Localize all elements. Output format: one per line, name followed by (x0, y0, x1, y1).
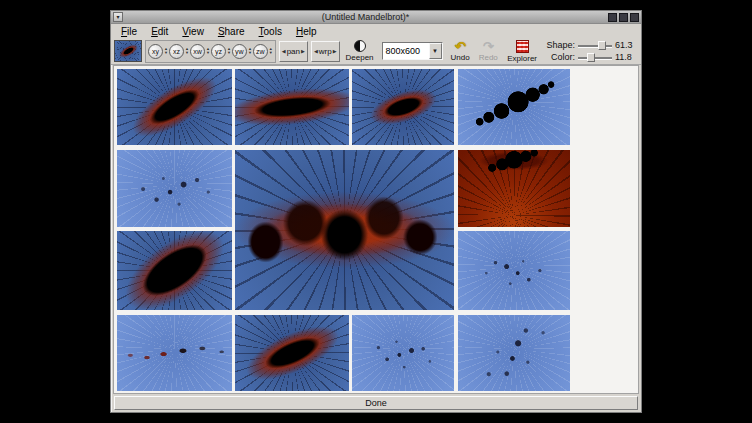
menu-edit[interactable]: Edit (144, 25, 175, 38)
color-slider-value: 11.8 (615, 52, 637, 62)
status-bar: Done (114, 396, 638, 410)
toolbar: xy ▲▼ xz ▲▼ xw ▲▼ yz ▲▼ yw ▲▼ (111, 38, 641, 65)
menubar: File Edit View Share Tools Help (111, 24, 641, 38)
warp-right-icon: ▶ (333, 48, 337, 54)
undo-button[interactable]: ↶ Undo (448, 39, 473, 64)
maximize-button[interactable] (619, 13, 628, 22)
redo-label: Redo (479, 53, 498, 62)
resolution-select[interactable]: 800x600 ▼ (382, 42, 443, 60)
menu-tools[interactable]: Tools (252, 25, 289, 38)
fractal-render (117, 69, 232, 145)
color-slider-label: Color: (543, 52, 575, 62)
explorer-mutation-tile[interactable] (352, 69, 454, 145)
explorer-mutation-tile[interactable] (117, 69, 232, 145)
explorer-mutation-tile[interactable] (458, 150, 570, 227)
spin-arrows-icon[interactable]: ▲▼ (226, 47, 231, 55)
color-slider[interactable] (578, 53, 612, 62)
rotate-yw-knob[interactable]: yw (232, 44, 247, 59)
deepen-icon (354, 40, 366, 52)
explorer-grid (113, 65, 639, 394)
rotate-xy-knob[interactable]: xy (148, 44, 163, 59)
spin-arrows-icon[interactable]: ▲▼ (184, 47, 189, 55)
explorer-mutation-tile[interactable] (117, 231, 232, 310)
spin-arrows-icon[interactable]: ▲▼ (268, 47, 273, 55)
explorer-mutation-tile[interactable] (235, 315, 349, 391)
menu-share[interactable]: Share (211, 25, 252, 38)
thumbnail-fractal (114, 40, 142, 62)
explorer-mutation-tile[interactable] (458, 69, 570, 145)
window-menu-button[interactable]: ▾ (113, 12, 123, 22)
gnofract4d-window: ▾ (Untitled Mandelbrot)* File Edit View … (110, 10, 642, 413)
fractal-render (458, 231, 570, 310)
fractal-render (117, 315, 232, 391)
weirdness-sliders: Shape: 61.3 Color: 11.8 (543, 40, 638, 62)
shape-slider-thumb[interactable] (598, 41, 606, 50)
undo-icon: ↶ (455, 40, 466, 53)
undo-label: Undo (451, 53, 470, 62)
explorer-mutation-tile[interactable] (235, 69, 349, 145)
menu-view[interactable]: View (175, 25, 211, 38)
fractal-render (458, 69, 570, 145)
rotation-controls: xy ▲▼ xz ▲▼ xw ▲▼ yz ▲▼ yw ▲▼ (145, 40, 276, 63)
pan-label: pan (286, 47, 301, 56)
minimize-button[interactable] (608, 13, 617, 22)
fractal-render (235, 315, 349, 391)
fractal-render (235, 150, 454, 310)
rotate-zw-control[interactable]: zw ▲▼ (253, 44, 273, 59)
explorer-mutation-tile[interactable] (352, 315, 454, 391)
titlebar[interactable]: ▾ (Untitled Mandelbrot)* (111, 11, 641, 24)
spin-arrows-icon[interactable]: ▲▼ (205, 47, 210, 55)
rotate-yz-knob[interactable]: yz (211, 44, 226, 59)
menu-help[interactable]: Help (289, 25, 324, 38)
fractal-render (458, 315, 570, 391)
fractal-render (117, 150, 232, 227)
fractal-render (235, 69, 349, 145)
spin-arrows-icon[interactable]: ▲▼ (247, 47, 252, 55)
explorer-toggle-button[interactable]: Explorer (504, 39, 540, 64)
fractal-render (352, 69, 454, 145)
fractal-render (458, 150, 570, 227)
fractal-render (117, 231, 232, 310)
explorer-label: Explorer (507, 54, 537, 63)
shape-slider-label: Shape: (543, 40, 575, 50)
explorer-mutation-tile[interactable] (117, 150, 232, 227)
fractal-render (352, 315, 454, 391)
close-button[interactable] (630, 13, 639, 22)
fractal-preview-thumbnail[interactable] (114, 40, 142, 62)
redo-button[interactable]: ↷ Redo (476, 39, 501, 64)
deepen-button[interactable]: Deepen (343, 39, 377, 64)
warp-label: wrp (318, 47, 333, 56)
explorer-icon (516, 40, 529, 53)
color-slider-thumb[interactable] (587, 53, 595, 62)
rotate-xy-control[interactable]: xy ▲▼ (148, 44, 168, 59)
rotate-yw-control[interactable]: yw ▲▼ (232, 44, 252, 59)
rotate-xz-control[interactable]: xz ▲▼ (169, 44, 189, 59)
rotate-xz-knob[interactable]: xz (169, 44, 184, 59)
window-title: (Untitled Mandelbrot)* (123, 11, 608, 24)
menu-file[interactable]: File (114, 25, 144, 38)
resolution-value: 800x600 (383, 43, 429, 59)
desktop-background: ▾ (Untitled Mandelbrot)* File Edit View … (0, 0, 752, 423)
deepen-label: Deepen (346, 53, 374, 62)
dropdown-arrow-icon[interactable]: ▼ (429, 43, 442, 59)
rotate-xw-knob[interactable]: xw (190, 44, 205, 59)
rotate-xw-control[interactable]: xw ▲▼ (190, 44, 210, 59)
explorer-mutation-tile[interactable] (117, 315, 232, 391)
pan-right-icon: ▶ (301, 48, 305, 54)
explorer-mutation-tile[interactable] (458, 315, 570, 391)
pan-control[interactable]: ◀ pan ▶ (279, 41, 308, 62)
explorer-main-tile[interactable] (235, 150, 454, 310)
shape-slider-value: 61.3 (615, 40, 637, 50)
redo-icon: ↷ (483, 40, 494, 53)
shape-slider[interactable] (578, 41, 612, 50)
warp-control[interactable]: ◀ wrp ▶ (311, 41, 340, 62)
spin-arrows-icon[interactable]: ▲▼ (163, 47, 168, 55)
explorer-mutation-tile[interactable] (458, 231, 570, 310)
rotate-yz-control[interactable]: yz ▲▼ (211, 44, 231, 59)
rotate-zw-knob[interactable]: zw (253, 44, 268, 59)
